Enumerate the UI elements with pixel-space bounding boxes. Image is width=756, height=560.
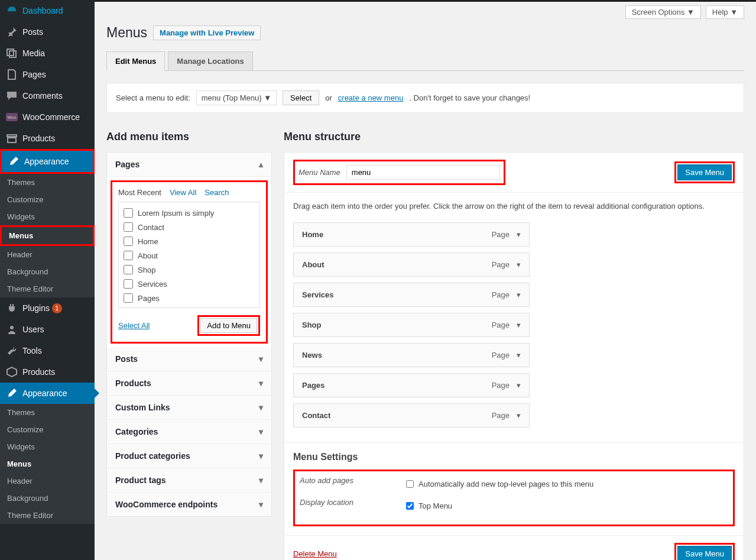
sub2-customize[interactable]: Customize [0, 421, 95, 438]
menu-structure-item[interactable]: ShopPage▾ [293, 313, 530, 337]
accordion-head[interactable]: Products▾ [107, 371, 271, 396]
live-preview-button[interactable]: Manage with Live Preview [153, 25, 261, 40]
sidebar-item-media[interactable]: Media [0, 43, 95, 64]
add-to-menu-button[interactable]: Add to Menu [200, 318, 257, 333]
tab-search[interactable]: Search [205, 188, 229, 197]
save-menu-button-bottom[interactable]: Save Menu [677, 546, 732, 560]
page-checkbox[interactable] [124, 251, 133, 260]
sidebar-item-posts[interactable]: Posts [0, 21, 95, 43]
sidebar-item-users[interactable]: Users [0, 319, 95, 340]
sub2-themes[interactable]: Themes [0, 404, 95, 421]
sub2-menus[interactable]: Menus [0, 455, 95, 472]
sidebar-item-pages[interactable]: Pages [0, 64, 95, 85]
caret-down-icon[interactable]: ▾ [517, 290, 521, 299]
select-menu-button[interactable]: Select [283, 90, 319, 105]
sub-theme-editor[interactable]: Theme Editor [0, 280, 95, 297]
accordion-pages-head[interactable]: Pages ▴ [107, 153, 271, 177]
page-checkbox[interactable] [124, 293, 133, 303]
caret-down-icon[interactable]: ▾ [517, 411, 521, 420]
page-check-item[interactable]: Contact [122, 220, 256, 234]
sidebar-item-woocommerce[interactable]: Woo WooCommerce [0, 106, 95, 128]
sidebar-item-products[interactable]: Products [0, 128, 95, 149]
menu-structure-item[interactable]: HomePage▾ [293, 222, 530, 247]
caret-down-icon[interactable]: ▾ [517, 351, 521, 360]
sub2-background[interactable]: Background [0, 490, 95, 507]
accordion-label: Posts [115, 354, 138, 364]
page-check-item[interactable]: Pages [122, 291, 256, 305]
sidebar-item-tools[interactable]: Tools [0, 340, 95, 361]
tab-manage-locations[interactable]: Manage Locations [168, 51, 252, 70]
sidebar-label: Plugins [22, 303, 50, 313]
tab-view-all[interactable]: View All [170, 188, 196, 197]
page-check-item[interactable]: About [122, 248, 256, 263]
accordion-label: WooCommerce endpoints [115, 500, 218, 509]
page-check-item[interactable]: Services [122, 277, 256, 291]
auto-add-checkbox[interactable] [406, 480, 414, 488]
menu-structure-item[interactable]: AboutPage▾ [293, 253, 530, 277]
menu-structure-item[interactable]: ContactPage▾ [293, 403, 530, 428]
sub-widgets[interactable]: Widgets [0, 208, 95, 225]
page-checkbox[interactable] [124, 208, 133, 218]
menu-drag-hint: Drag each item into the order you prefer… [293, 202, 735, 211]
sidebar-item-comments[interactable]: Comments [0, 85, 95, 106]
sub2-header[interactable]: Header [0, 472, 95, 490]
menu-structure-item[interactable]: ServicesPage▾ [293, 283, 530, 307]
screen-options-button[interactable]: Screen Options ▼ [625, 5, 701, 19]
accordion-head[interactable]: Product tags▾ [107, 468, 271, 493]
brush-icon [8, 156, 20, 167]
sidebar-item-appearance-2[interactable]: Appearance [0, 383, 95, 404]
delete-menu-link[interactable]: Delete Menu [293, 549, 337, 558]
page-checkbox[interactable] [124, 222, 133, 232]
sub-customize[interactable]: Customize [0, 191, 95, 208]
page-checkbox[interactable] [124, 237, 133, 246]
tab-most-recent[interactable]: Most Recent [118, 188, 161, 197]
sidebar-label: Comments [22, 91, 63, 101]
sidebar-item-plugins[interactable]: Plugins 1 [0, 297, 95, 319]
create-new-menu-link[interactable]: create a new menu [338, 93, 404, 102]
accordion-head[interactable]: Product categories▾ [107, 444, 271, 468]
page-icon [6, 69, 18, 80]
add-items-title: Add menu items [106, 131, 272, 143]
page-check-item[interactable]: Shop [122, 263, 256, 277]
sidebar-item-dashboard[interactable]: Dashboard [0, 0, 95, 21]
sub-themes[interactable]: Themes [0, 174, 95, 191]
caret-down-icon[interactable]: ▾ [517, 260, 521, 269]
page-checkbox[interactable] [124, 307, 133, 308]
tab-edit-menus[interactable]: Edit Menus [106, 51, 165, 71]
accordion-head[interactable]: WooCommerce endpoints▾ [107, 493, 271, 516]
accordion-head[interactable]: Posts▾ [107, 347, 271, 371]
menu-select-dropdown[interactable]: menu (Top Menu) ▼ [196, 90, 277, 105]
sub2-theme-editor[interactable]: Theme Editor [0, 507, 95, 524]
menu-item-type: Page [492, 321, 510, 329]
caret-down-icon[interactable]: ▾ [517, 381, 521, 390]
sub2-widgets[interactable]: Widgets [0, 438, 95, 455]
page-check-item[interactable]: News [122, 305, 256, 308]
sidebar-item-appearance[interactable]: Appearance [2, 151, 93, 172]
accordion-head[interactable]: Custom Links▾ [107, 396, 271, 420]
admin-sidebar: Dashboard Posts Media Pages Comments Woo… [0, 0, 95, 560]
caret-down-icon[interactable]: ▾ [517, 321, 521, 329]
sub-menus[interactable]: Menus [2, 227, 93, 244]
caret-down-icon: ▾ [259, 500, 263, 509]
select-all-link[interactable]: Select All [118, 321, 150, 330]
help-button[interactable]: Help ▼ [706, 5, 744, 19]
media-icon [6, 47, 18, 59]
caret-down-icon[interactable]: ▾ [517, 230, 521, 239]
accordion-head[interactable]: Categories▾ [107, 420, 271, 444]
sub-background[interactable]: Background [0, 263, 95, 280]
appearance-submenu-2: Themes Customize Widgets Menus Header Ba… [0, 404, 95, 524]
page-check-item[interactable]: Home [122, 234, 256, 248]
page-checkbox[interactable] [124, 265, 133, 274]
save-menu-button-top[interactable]: Save Menu [677, 164, 732, 180]
menu-structure-item[interactable]: PagesPage▾ [293, 373, 530, 397]
top-menu-checkbox[interactable] [406, 502, 414, 510]
svg-text:Woo: Woo [7, 115, 16, 119]
pages-checklist[interactable]: Lorem Ipsum is simplyContactHomeAboutSho… [118, 202, 260, 308]
menu-structure-item[interactable]: NewsPage▾ [293, 343, 530, 367]
page-check-item[interactable]: Lorem Ipsum is simply [122, 206, 256, 220]
menu-name-input[interactable] [346, 165, 500, 180]
page-checkbox[interactable] [124, 279, 133, 289]
sub-header[interactable]: Header [0, 246, 95, 263]
sidebar-item-products-2[interactable]: Products [0, 361, 95, 383]
menu-item-type: Page [492, 351, 510, 360]
